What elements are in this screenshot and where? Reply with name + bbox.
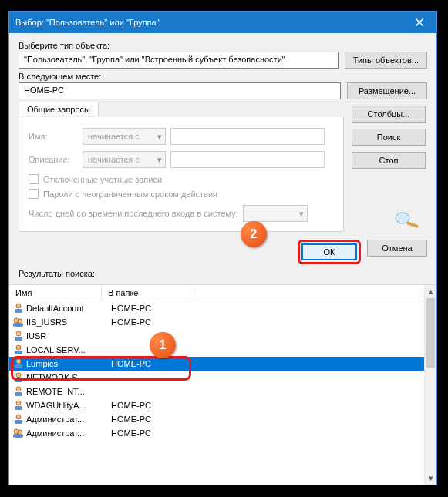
nonexpiring-pwd-label: Пароли с неограниченным сроком действия	[43, 190, 217, 199]
svg-point-9	[16, 345, 21, 350]
row-name: Администрат...	[26, 415, 111, 424]
titlebar[interactable]: Выбор: "Пользователь" или "Группа"	[9, 12, 436, 33]
search-icon	[392, 210, 424, 230]
chevron-down-icon: ▾	[299, 209, 304, 219]
column-header-folder[interactable]: В папке	[102, 285, 194, 301]
callout-badge-2: 2	[241, 221, 267, 247]
name-filter-label: Имя:	[29, 132, 78, 141]
desc-filter-label: Описание:	[29, 155, 78, 164]
stop-button[interactable]: Стоп	[352, 152, 426, 169]
svg-point-15	[16, 387, 21, 391]
columns-button[interactable]: Столбцы...	[352, 106, 426, 123]
results-header[interactable]: Имя В папке	[9, 285, 436, 301]
ok-button[interactable]: ОК	[301, 243, 357, 260]
row-name: NETWORK S...	[26, 373, 111, 382]
svg-rect-18	[15, 406, 22, 410]
table-row[interactable]: DefaultAccountHOME-PC	[9, 301, 436, 315]
user-icon	[12, 303, 25, 314]
row-name: WDAGUtilityA...	[26, 401, 111, 410]
close-button[interactable]	[403, 12, 436, 33]
user-icon	[12, 344, 25, 355]
chevron-down-icon: ▾	[157, 155, 162, 165]
user-icon	[12, 400, 25, 411]
user-icon	[12, 386, 25, 397]
table-row[interactable]: Администрат...HOME-PC	[9, 412, 436, 426]
svg-point-17	[16, 401, 21, 405]
results-list[interactable]: Имя В папке 1 DefaultAccountHOME-PCIIS_I…	[9, 284, 436, 485]
queries-panel: Имя: начинается с ▾ Описание: начинается…	[19, 117, 344, 232]
locations-button[interactable]: Размещение...	[347, 82, 427, 99]
table-row[interactable]: Администрат...HOME-PC	[9, 426, 436, 440]
dialog-window: Выбор: "Пользователь" или "Группа" Выбер…	[8, 11, 437, 485]
table-row[interactable]: NETWORK S...	[9, 371, 436, 385]
window-title: Выбор: "Пользователь" или "Группа"	[15, 18, 403, 27]
location-field[interactable]: HOME-PC	[19, 82, 341, 99]
row-name: Lumpics	[26, 359, 111, 368]
object-type-field[interactable]: "Пользователь", "Группа" или "Встроенный…	[19, 52, 339, 69]
svg-rect-14	[15, 378, 22, 382]
name-filter-combo[interactable]: начинается с ▾	[83, 128, 166, 145]
user-icon	[12, 372, 25, 383]
cancel-button[interactable]: Отмена	[367, 240, 427, 257]
table-row[interactable]: IUSR	[9, 329, 436, 343]
callout-badge-1: 1	[150, 332, 176, 358]
table-row[interactable]: IIS_IUSRSHOME-PC	[9, 315, 436, 329]
svg-rect-1	[406, 221, 419, 228]
row-name: IUSR	[26, 331, 111, 341]
nonexpiring-pwd-checkbox[interactable]	[29, 189, 39, 199]
dialog-body: Выберите тип объекта: "Пользователь", "Г…	[9, 33, 436, 284]
chevron-down-icon: ▾	[157, 132, 162, 142]
table-row[interactable]: REMOTE INT...	[9, 385, 436, 398]
svg-rect-16	[15, 392, 22, 396]
group-icon	[12, 317, 25, 327]
row-folder: HOME-PC	[111, 415, 204, 424]
name-filter-input[interactable]	[170, 128, 325, 145]
svg-rect-6	[13, 323, 23, 327]
disabled-accounts-checkbox[interactable]	[29, 174, 39, 184]
tab-common-queries[interactable]: Общие запросы	[19, 102, 99, 116]
row-folder: HOME-PC	[111, 304, 204, 313]
user-icon	[12, 331, 25, 341]
svg-point-2	[16, 304, 21, 308]
location-label: В следующем месте:	[19, 72, 427, 81]
row-name: IIS_IUSRS	[26, 317, 111, 327]
row-name: REMOTE INT...	[26, 387, 111, 396]
callout-highlight-ok: ОК	[298, 240, 361, 264]
svg-rect-10	[15, 351, 22, 354]
row-folder: HOME-PC	[111, 317, 204, 327]
table-row[interactable]: LOCAL SERV...	[9, 343, 436, 357]
user-icon	[12, 414, 25, 425]
scrollbar-thumb[interactable]	[426, 298, 435, 368]
object-type-label: Выберите тип объекта:	[19, 41, 427, 50]
row-name: Администрат...	[26, 428, 111, 438]
svg-rect-12	[15, 364, 22, 368]
table-row[interactable]: LumpicsHOME-PC	[9, 357, 436, 371]
close-icon	[415, 18, 424, 27]
find-button[interactable]: Поиск	[352, 129, 426, 146]
group-icon	[12, 428, 25, 438]
svg-rect-23	[13, 434, 23, 438]
svg-rect-8	[15, 337, 22, 341]
results-label: Результаты поиска:	[19, 269, 427, 281]
svg-rect-3	[15, 309, 22, 313]
desc-filter-combo[interactable]: начинается с ▾	[83, 151, 166, 168]
svg-point-11	[16, 359, 21, 364]
row-folder: HOME-PC	[111, 428, 204, 438]
svg-point-13	[16, 373, 21, 378]
row-name: LOCAL SERV...	[26, 345, 111, 354]
scroll-up-arrow-icon[interactable]: ▴	[425, 285, 436, 298]
svg-rect-20	[15, 420, 22, 424]
row-folder: HOME-PC	[111, 401, 204, 410]
svg-point-7	[16, 331, 21, 336]
object-types-button[interactable]: Типы объектов...	[345, 52, 427, 69]
days-since-login-combo[interactable]: ▾	[243, 205, 308, 222]
disabled-accounts-label: Отключенные учетные записи	[43, 175, 162, 184]
row-name: DefaultAccount	[26, 304, 111, 313]
svg-point-19	[16, 415, 21, 419]
column-header-name[interactable]: Имя	[9, 285, 102, 301]
vertical-scrollbar[interactable]: ▴ ▾	[424, 285, 436, 485]
desc-filter-input[interactable]	[170, 151, 325, 168]
table-row[interactable]: WDAGUtilityA...HOME-PC	[9, 398, 436, 412]
row-folder: HOME-PC	[111, 359, 204, 368]
scroll-down-arrow-icon[interactable]: ▾	[425, 472, 436, 485]
